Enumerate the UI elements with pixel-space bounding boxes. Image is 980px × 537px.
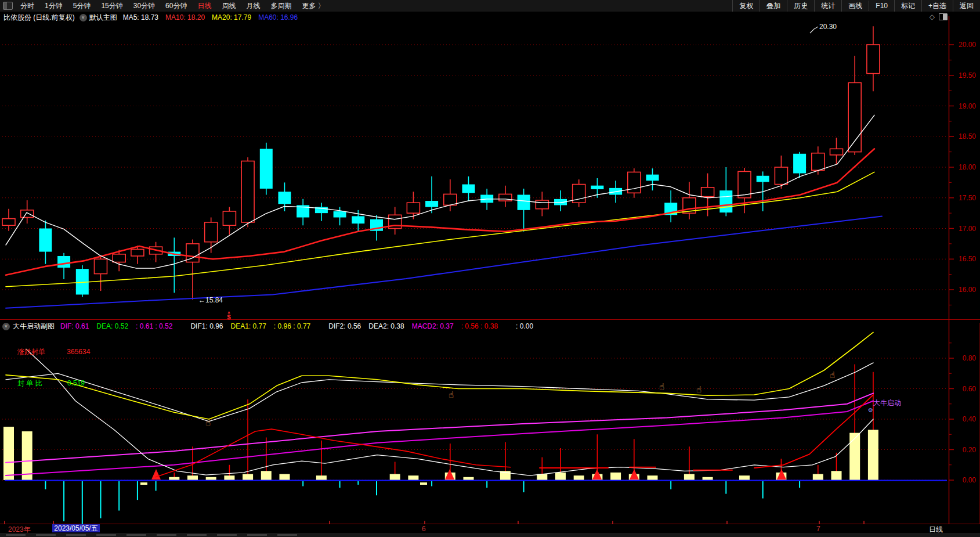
indicator-value: : 0.00	[516, 322, 533, 330]
indicator-value: DEA1: 0.77	[230, 322, 266, 330]
order-ratio-row: 封 单 比 0.519	[17, 379, 85, 388]
indicator-value: : 0.61 : 0.52	[136, 322, 172, 330]
svg-text:20.00: 20.00	[959, 41, 976, 49]
taskbar-sliver	[0, 533, 980, 537]
svg-text:17.00: 17.00	[959, 225, 976, 233]
dollar-icon: $	[227, 315, 230, 319]
svg-text:0.80: 0.80	[963, 354, 977, 362]
indicator-value: : 0.96 : 0.77	[274, 322, 310, 330]
svg-text:0.60: 0.60	[963, 385, 977, 393]
indicator-value: DEA: 0.52	[96, 322, 128, 330]
indicator-values: DIF: 0.61DEA: 0.52: 0.61 : 0.52DIF1: 0.9…	[60, 322, 541, 330]
indicator-value: DIF: 0.61	[60, 322, 89, 330]
order-ratio-value: 0.519	[67, 379, 85, 387]
indicator-value: DIF2: 0.56	[328, 322, 361, 330]
hand-icon: ☝	[659, 382, 664, 391]
indicator-header: ˅ 大牛启动副图 DIF: 0.61DEA: 0.52: 0.61 : 0.52…	[2, 321, 541, 331]
indicator-title[interactable]: 大牛启动副图	[13, 322, 55, 331]
low-price-annotation: ←15.84	[198, 296, 223, 304]
hand-icon: ☝	[830, 370, 835, 379]
svg-text:18.50: 18.50	[959, 132, 976, 140]
indicator-value: DIF1: 0.96	[190, 322, 223, 330]
date-axis[interactable]: 2023年 2023/05/05/五 6 7 日线	[0, 524, 980, 533]
svg-text:0.00: 0.00	[963, 476, 977, 484]
svg-text:16.00: 16.00	[959, 286, 976, 294]
hand-icon: ☝	[696, 385, 701, 394]
svg-text:19.00: 19.00	[959, 102, 976, 110]
trading-app-window: { "toolbar": { "left_items": [ {"label":…	[0, 0, 980, 537]
svg-text:16.50: 16.50	[959, 255, 976, 263]
month-label-june: 6	[422, 525, 426, 533]
indicator-value: DEA2: 0.38	[368, 322, 404, 330]
svg-text:19.50: 19.50	[959, 71, 976, 80]
gear-icon[interactable]: ⚙	[868, 407, 873, 413]
svg-text:0.20: 0.20	[963, 446, 977, 454]
limit-orders-value: 365634	[67, 348, 90, 356]
svg-text:0.40: 0.40	[963, 415, 977, 423]
indicator-value: MACD2: 0.37	[412, 322, 454, 330]
sell-signal-marker: ▲ $	[227, 310, 231, 319]
chart-canvas[interactable]: 20.0019.5019.0018.5018.0017.5017.0016.50…	[0, 0, 980, 537]
high-price-annotation: 20.30	[819, 23, 837, 31]
hand-icon: ☝	[449, 390, 454, 399]
limit-orders-row: 涨跌封单 365634	[17, 347, 90, 357]
svg-text:17.50: 17.50	[959, 194, 976, 202]
indicator-value: : 0.56 : 0.38	[461, 322, 498, 330]
hand-icon: ☝	[205, 418, 211, 427]
month-label-july: 7	[816, 525, 820, 533]
svg-text:18.00: 18.00	[959, 163, 976, 171]
chevron-down-icon[interactable]: ˅	[2, 323, 10, 330]
signal-label: 大牛启动	[873, 398, 901, 408]
selected-date[interactable]: 2023/05/05/五	[52, 524, 100, 532]
